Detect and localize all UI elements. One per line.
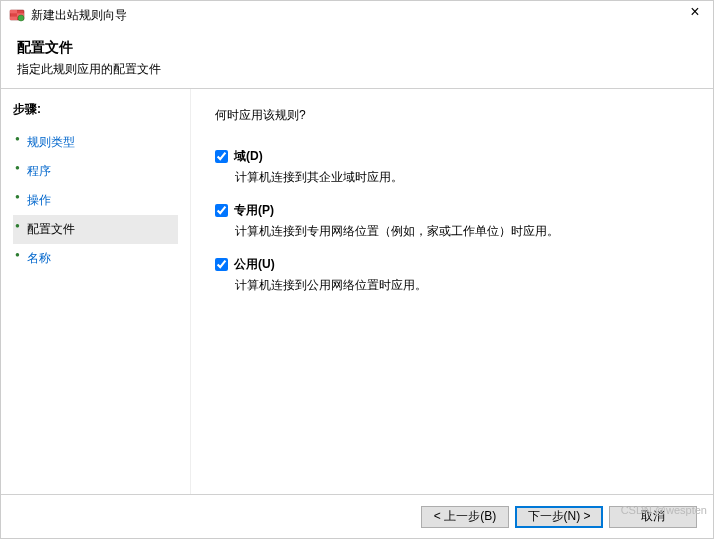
- checkbox-row-domain: 域(D): [215, 148, 689, 165]
- checkbox-private-desc: 计算机连接到专用网络位置（例如，家或工作单位）时应用。: [235, 223, 689, 240]
- steps-sidebar: 步骤: 规则类型 程序 操作 配置文件 名称: [1, 89, 191, 498]
- checkbox-domain-label[interactable]: 域(D): [234, 148, 263, 165]
- close-icon[interactable]: ×: [683, 3, 707, 23]
- checkbox-private[interactable]: [215, 204, 228, 217]
- steps-heading: 步骤:: [13, 101, 178, 118]
- checkbox-domain[interactable]: [215, 150, 228, 163]
- back-button[interactable]: < 上一步(B): [421, 506, 509, 528]
- wizard-content: 何时应用该规则? 域(D) 计算机连接到其企业域时应用。 专用(P) 计算机连接…: [191, 89, 713, 498]
- cancel-button[interactable]: 取消: [609, 506, 697, 528]
- checkbox-domain-desc: 计算机连接到其企业域时应用。: [235, 169, 689, 186]
- content-question: 何时应用该规则?: [215, 107, 689, 124]
- steps-list: 规则类型 程序 操作 配置文件 名称: [13, 128, 178, 273]
- step-action[interactable]: 操作: [13, 186, 178, 215]
- checkbox-public-label[interactable]: 公用(U): [234, 256, 275, 273]
- wizard-header: 配置文件 指定此规则应用的配置文件: [1, 29, 713, 89]
- checkbox-public-desc: 计算机连接到公用网络位置时应用。: [235, 277, 689, 294]
- svg-rect-3: [10, 17, 17, 20]
- step-program[interactable]: 程序: [13, 157, 178, 186]
- step-profile[interactable]: 配置文件: [13, 215, 178, 244]
- checkbox-row-private: 专用(P): [215, 202, 689, 219]
- step-name[interactable]: 名称: [13, 244, 178, 273]
- svg-point-4: [18, 15, 24, 21]
- checkbox-public[interactable]: [215, 258, 228, 271]
- next-button[interactable]: 下一步(N) >: [515, 506, 603, 528]
- svg-rect-1: [10, 10, 17, 13]
- window-title: 新建出站规则向导: [31, 7, 127, 24]
- wizard-footer: < 上一步(B) 下一步(N) > 取消: [1, 494, 713, 538]
- titlebar: 新建出站规则向导 ×: [1, 1, 713, 29]
- firewall-icon: [9, 7, 25, 23]
- wizard-body: 步骤: 规则类型 程序 操作 配置文件 名称 何时应用该规则? 域(D) 计算机…: [1, 89, 713, 498]
- checkbox-private-label[interactable]: 专用(P): [234, 202, 274, 219]
- page-subtitle: 指定此规则应用的配置文件: [17, 61, 697, 78]
- page-title: 配置文件: [17, 39, 697, 57]
- step-rule-type[interactable]: 规则类型: [13, 128, 178, 157]
- checkbox-row-public: 公用(U): [215, 256, 689, 273]
